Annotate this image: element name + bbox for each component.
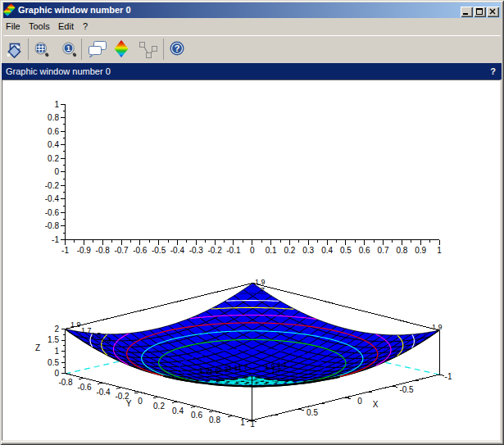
svg-text:-0.2: -0.2 — [45, 181, 60, 190]
svg-text:0: 0 — [250, 246, 255, 255]
svg-text:0.7: 0.7 — [378, 246, 389, 255]
svg-text:1.3: 1.3 — [101, 336, 111, 344]
svg-text:-0.8: -0.8 — [96, 246, 111, 255]
svg-text:0: 0 — [54, 167, 59, 176]
svg-text:1.9: 1.9 — [255, 278, 266, 286]
svg-text:1.9: 1.9 — [199, 366, 210, 375]
svg-text:0.5: 0.5 — [340, 246, 352, 255]
svg-text:-0.3: -0.3 — [189, 246, 204, 255]
svg-text:-1: -1 — [52, 235, 59, 244]
svg-text:-0.6: -0.6 — [133, 246, 148, 255]
svg-text:2: 2 — [54, 325, 59, 334]
svg-text:1.5: 1.5 — [91, 331, 102, 339]
svg-text:-0.1: -0.1 — [226, 246, 241, 255]
svg-text:0.2: 0.2 — [48, 154, 59, 163]
svg-text:0.8: 0.8 — [209, 415, 220, 425]
svg-text:-0.6: -0.6 — [77, 383, 92, 392]
svg-text:1.1: 1.1 — [228, 364, 238, 372]
svg-text:-0.9: -0.9 — [77, 246, 92, 255]
svg-text:-0.4: -0.4 — [170, 246, 185, 255]
svg-text:1: 1 — [250, 420, 255, 429]
svg-text:-0.5: -0.5 — [152, 246, 166, 255]
svg-text:-0.2: -0.2 — [207, 246, 222, 255]
svg-text:Z: Z — [35, 343, 40, 352]
svg-text:0.2: 0.2 — [284, 246, 295, 255]
svg-text:0: 0 — [54, 369, 59, 378]
svg-text:1.9: 1.9 — [432, 323, 443, 331]
svg-text:0.1: 0.1 — [266, 246, 277, 255]
svg-text:1: 1 — [54, 347, 59, 356]
svg-text:0.8: 0.8 — [48, 113, 59, 122]
svg-text:0: 0 — [138, 397, 143, 406]
svg-text:0.2: 0.2 — [153, 402, 165, 411]
svg-text:1.7: 1.7 — [81, 326, 92, 334]
svg-text:0.5: 0.5 — [306, 408, 318, 417]
svg-text:1: 1 — [437, 246, 442, 255]
svg-text:0.4: 0.4 — [321, 246, 333, 255]
svg-text:-0.4: -0.4 — [45, 194, 60, 203]
svg-text:1.9: 1.9 — [70, 320, 81, 329]
svg-text:-0.8: -0.8 — [45, 221, 60, 230]
svg-text:1: 1 — [240, 418, 245, 427]
svg-text:0.4: 0.4 — [48, 140, 59, 149]
svg-text:0.6: 0.6 — [191, 411, 202, 420]
svg-text:1: 1 — [54, 100, 59, 109]
svg-text:1.5: 1.5 — [48, 335, 59, 344]
svg-text:-1: -1 — [445, 372, 452, 381]
svg-text:0.4: 0.4 — [172, 406, 184, 415]
svg-text:0.5: 0.5 — [48, 358, 59, 367]
svg-text:7: 7 — [261, 286, 265, 294]
svg-text:1.3: 1.3 — [218, 366, 229, 374]
svg-text:-0.5: -0.5 — [399, 385, 414, 394]
svg-text:-0.7: -0.7 — [114, 246, 129, 255]
svg-text:0.9: 0.9 — [415, 246, 426, 255]
svg-text:X: X — [373, 400, 379, 409]
svg-text:1.1: 1.1 — [277, 361, 288, 369]
svg-text:-0.4: -0.4 — [96, 388, 111, 397]
svg-text:-1: -1 — [61, 246, 69, 255]
svg-text:1.7: 1.7 — [238, 363, 248, 371]
svg-text:0.3: 0.3 — [302, 246, 314, 255]
svg-text:-0.6: -0.6 — [45, 208, 60, 217]
svg-text:0.6: 0.6 — [48, 127, 59, 136]
svg-text:0.8: 0.8 — [396, 246, 407, 255]
svg-text:-0.8: -0.8 — [58, 378, 73, 387]
svg-text:Y: Y — [126, 399, 132, 408]
svg-text:0: 0 — [357, 397, 362, 406]
svg-text:0.6: 0.6 — [359, 246, 370, 255]
